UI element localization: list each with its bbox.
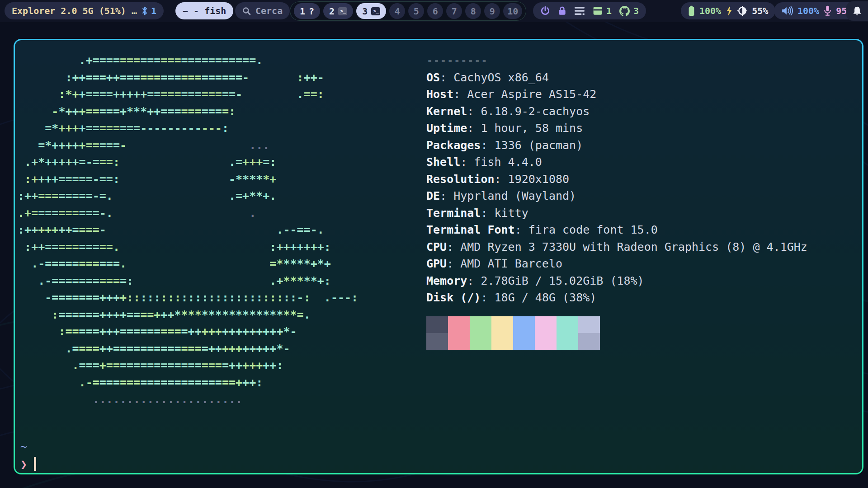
palette-swatch <box>513 333 535 350</box>
terminal-app-icon: >_ <box>371 7 380 15</box>
bell-icon <box>852 6 862 17</box>
cachyos-ascii-logo: .+========================. :++===++====… <box>18 52 358 408</box>
info-line: Terminal Font: fira code font 15.0 <box>426 221 807 239</box>
palette-swatch <box>448 333 470 350</box>
workspace-button-5[interactable]: 5 <box>408 3 424 19</box>
workspace-number: 6 <box>433 6 438 17</box>
power-icon[interactable] <box>540 6 550 16</box>
charging-bolt-icon <box>726 6 733 16</box>
volume-percent: 100% <box>797 5 819 16</box>
active-window-title[interactable]: ~ - fish <box>175 2 233 19</box>
battery-brightness-module[interactable]: 100% 55% <box>681 2 775 19</box>
workspace-button-4[interactable]: 4 <box>389 3 405 19</box>
palette-swatch <box>513 316 535 333</box>
palette-swatch <box>578 333 600 350</box>
brightness-icon <box>737 6 747 16</box>
prompt-path: ~ <box>20 440 27 453</box>
updates-status[interactable]: 1 <box>593 5 612 16</box>
brightness-percent: 55% <box>752 5 768 16</box>
info-line: Shell: fish 4.4.0 <box>426 154 807 171</box>
workspace-number: 4 <box>395 6 400 17</box>
workspace-number: 9 <box>490 6 495 17</box>
prompt-symbol: ❯ <box>20 458 27 471</box>
fastfetch-system-info: ---------OS: CachyOS x86_64Host: Acer As… <box>426 52 807 306</box>
terminal-window: .+========================. :++===++====… <box>14 39 863 474</box>
workspace-button-1[interactable]: 1? <box>294 3 320 19</box>
workspace-number: 3 <box>362 6 368 17</box>
palette-swatch <box>470 316 491 333</box>
system-tray-module: 1 3 <box>533 2 646 19</box>
search-icon <box>242 7 251 15</box>
info-line: Kernel: 6.18.9-2-cachyos <box>426 103 807 120</box>
search-launcher[interactable]: Cerca <box>235 2 290 19</box>
info-line: Terminal: kitty <box>426 205 807 222</box>
package-icon <box>593 6 603 16</box>
palette-swatch <box>557 333 578 350</box>
workspace-number: 1 <box>300 6 305 17</box>
workspace-button-6[interactable]: 6 <box>427 3 443 19</box>
explorer-status-label: Explorer 2.0 5G (51%) … <box>12 5 137 16</box>
github-icon <box>619 6 630 16</box>
palette-swatch <box>426 316 448 333</box>
palette-swatch <box>535 333 557 350</box>
info-line: GPU: AMD ATI Barcelo <box>426 255 807 272</box>
search-label: Cerca <box>255 5 283 16</box>
info-line: CPU: AMD Ryzen 3 7330U with Radeon Graph… <box>426 239 807 256</box>
github-count: 3 <box>633 5 639 16</box>
updates-count: 1 <box>606 5 612 16</box>
info-line: Memory: 2.78GiB / 15.02GiB (18%) <box>426 272 807 290</box>
workspace-button-7[interactable]: 7 <box>446 3 462 19</box>
palette-swatch <box>426 333 448 350</box>
lock-icon[interactable] <box>558 6 566 16</box>
workspace-number: 10 <box>507 6 518 17</box>
workspace-number: 2 <box>329 6 335 17</box>
info-line: Disk (/): 18G / 48G (38%) <box>426 289 807 306</box>
bluetooth-count: 1 <box>151 5 156 16</box>
palette-swatch <box>491 333 513 350</box>
workspace-button-8[interactable]: 8 <box>465 3 481 19</box>
info-line: Resolution: 868x488 <box>426 171 807 188</box>
info-line: Host: Acer Aspire AS15-42 <box>426 86 807 103</box>
palette-swatch <box>578 316 600 333</box>
info-line: OS: CachyOS x86_64 <box>426 69 807 86</box>
palette-swatch <box>470 333 491 350</box>
palette-swatch <box>535 316 557 333</box>
workspace-number: 8 <box>471 6 476 17</box>
workspace-button-3[interactable]: 3>_ <box>356 3 386 19</box>
palette-swatch <box>557 316 578 333</box>
microphone-icon <box>824 5 831 16</box>
window-title-text: ~ - fish <box>183 5 226 16</box>
palette-swatch <box>448 316 470 333</box>
terminal-color-palette <box>426 316 600 350</box>
question-icon: ? <box>309 6 314 17</box>
workspace-number: 7 <box>452 6 457 17</box>
notifications-module[interactable] <box>846 1 868 21</box>
terminal-content-area[interactable]: .+========================. :++===++====… <box>15 40 862 473</box>
github-status[interactable]: 3 <box>619 5 639 16</box>
info-line: --------- <box>426 52 807 69</box>
bluetooth-icon <box>142 6 148 16</box>
battery-percent: 100% <box>699 5 721 16</box>
workspace-number: 5 <box>414 6 419 17</box>
palette-swatch <box>491 316 513 333</box>
status-bar: Explorer 2.0 5G (51%) … 1 ~ - fish Cerca… <box>0 0 868 22</box>
clipboard-list-icon[interactable] <box>574 6 585 16</box>
weather-net-module[interactable]: Explorer 2.0 5G (51%) … 1 <box>5 2 164 19</box>
bluetooth-status[interactable]: 1 <box>142 5 156 16</box>
info-line: DE: Hyprland (Wayland) <box>426 188 807 205</box>
battery-icon <box>688 5 695 16</box>
info-line: Uptime: 1 hour, 58 mins <box>426 120 807 137</box>
terminal-app-icon: >_ <box>338 7 347 15</box>
workspace-button-2[interactable]: 2>_ <box>323 3 353 19</box>
workspace-switcher: 1?2>_3>_45678910 <box>290 1 526 21</box>
shell-prompt[interactable]: ~ ❯ <box>20 438 36 473</box>
workspace-button-10[interactable]: 10 <box>503 3 522 19</box>
workspace-button-9[interactable]: 9 <box>484 3 500 19</box>
speaker-icon <box>781 6 793 16</box>
info-line: Packages: 1336 (pacman) <box>426 137 807 154</box>
text-cursor <box>34 457 36 471</box>
